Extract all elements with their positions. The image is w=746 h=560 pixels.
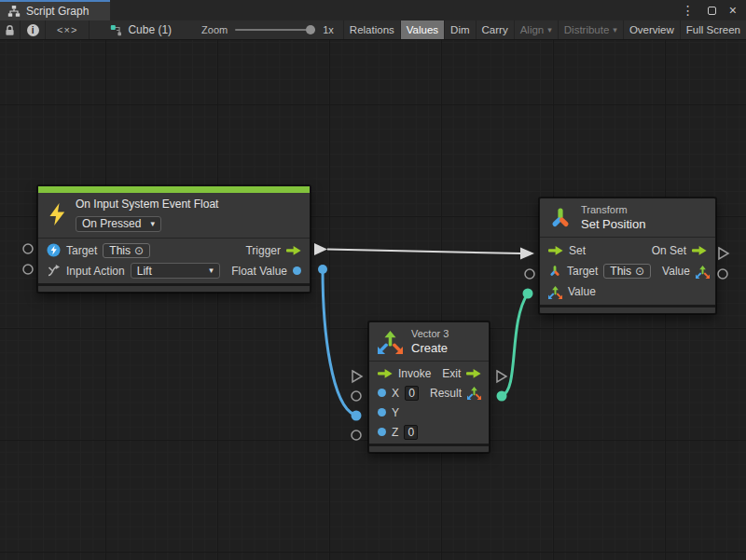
zoom-value: 1x <box>323 24 334 35</box>
node-vector3-create[interactable]: Vector 3 Create Invoke Exit X 0 Res <box>368 321 490 453</box>
x-port-label: X <box>392 387 399 400</box>
dim-button[interactable]: Dim <box>445 20 476 39</box>
chevron-down-icon: ▾ <box>547 26 552 34</box>
close-icon[interactable]: × <box>729 4 737 17</box>
wire-trigger-to-set[interactable] <box>327 250 521 254</box>
graph-reference-label: Cube (1) <box>128 23 172 36</box>
input-action-input-port[interactable] <box>23 265 33 274</box>
port-row-invoke-exit: Invoke Exit <box>369 363 489 383</box>
on-set-port-label: On Set <box>652 244 686 257</box>
float-port-icon <box>378 389 386 397</box>
transform-target-input-port[interactable] <box>525 269 534 279</box>
values-button[interactable]: Values <box>401 20 445 39</box>
target-port-label: Target <box>66 244 97 257</box>
node-category: Vector 3 <box>411 328 449 339</box>
target-object-chip[interactable]: This ⊙ <box>103 243 150 258</box>
node-title: Create <box>411 341 449 355</box>
flow-arrow-icon <box>466 369 481 378</box>
exit-output-port[interactable] <box>497 371 506 382</box>
node-title: On Input System Event Float <box>76 198 218 211</box>
full-screen-button[interactable]: Full Screen <box>681 20 746 39</box>
graph-canvas[interactable]: On Input System Event Float On Pressed ▾… <box>0 40 746 560</box>
target-self-icon: ⊙ <box>134 244 144 257</box>
vector3-port-icon <box>548 285 562 299</box>
overview-button[interactable]: Overview <box>624 20 681 39</box>
maximize-icon[interactable] <box>708 7 716 15</box>
set-port-label: Set <box>569 244 586 257</box>
event-target-input-port[interactable] <box>23 244 33 253</box>
result-port-label: Result <box>430 387 462 400</box>
window-controls: ⋮ × <box>682 0 746 20</box>
node-footer <box>540 305 715 313</box>
lightning-bolt-icon <box>47 203 67 225</box>
script-graph-window: Script Graph ⋮ × i <×> Cube (1 <box>0 0 746 560</box>
chevron-down-icon: ▾ <box>613 26 617 34</box>
x-input-port[interactable] <box>352 391 361 401</box>
trigger-port-label: Trigger <box>245 244 281 257</box>
tab-script-graph[interactable]: Script Graph <box>0 2 110 20</box>
zoom-label: Zoom <box>201 24 228 35</box>
graph-reference-button[interactable]: Cube (1) <box>101 20 181 39</box>
vector3-port-icon <box>467 386 481 400</box>
port-row-input-action: Input Action Lift ▾ Float Value <box>38 261 310 281</box>
float-value-port-label: Float Value <box>231 265 287 278</box>
z-value-field[interactable]: 0 <box>404 425 418 440</box>
port-row-y: Y <box>369 403 489 422</box>
wire-floatvalue-to-y[interactable] <box>323 269 354 415</box>
flow-arrow-icon <box>378 369 393 378</box>
port-row-set-onset: Set On Set <box>540 240 715 261</box>
exit-port-label: Exit <box>442 367 461 380</box>
target-object-chip[interactable]: This ⊙ <box>603 264 651 279</box>
z-input-port[interactable] <box>352 430 361 440</box>
trigger-output-port[interactable] <box>314 243 327 255</box>
node-category: Transform <box>581 204 645 215</box>
transform-port-icon <box>548 265 561 278</box>
graph-hierarchy-icon <box>7 5 21 18</box>
node-transform-set-position[interactable]: Transform Set Position Set On Set <box>539 198 716 314</box>
info-icon: i <box>27 24 39 36</box>
zoom-control: Zoom 1x <box>201 20 344 39</box>
distribute-dropdown[interactable]: Distribute▾ <box>559 20 624 39</box>
result-output-port[interactable] <box>497 391 507 402</box>
float-value-output-port[interactable] <box>318 265 327 274</box>
node-on-input-system-event-float[interactable]: On Input System Event Float On Pressed ▾… <box>37 185 311 293</box>
float-port-icon <box>378 408 386 417</box>
transform-icon <box>548 206 573 230</box>
info-button[interactable]: i <box>21 20 46 39</box>
target-self-icon: ⊙ <box>635 265 644 278</box>
invoke-input-port[interactable] <box>352 371 362 382</box>
input-action-dropdown[interactable]: Lift ▾ <box>131 263 220 279</box>
lock-button[interactable] <box>0 20 21 39</box>
y-input-port[interactable] <box>352 411 362 421</box>
code-view-icon: <×> <box>57 24 77 35</box>
input-action-icon <box>47 264 61 278</box>
float-port-icon <box>378 428 386 436</box>
chevron-down-icon: ▾ <box>150 220 155 228</box>
invoke-port-label: Invoke <box>398 367 431 380</box>
graph-asset-icon <box>110 24 122 36</box>
wire-result-to-value[interactable] <box>502 294 528 396</box>
node-title: Set Position <box>581 217 645 231</box>
menu-icon[interactable]: ⋮ <box>682 4 695 17</box>
event-mode-dropdown[interactable]: On Pressed ▾ <box>76 216 161 232</box>
float-port-icon <box>293 266 301 275</box>
relations-button[interactable]: Relations <box>344 20 401 39</box>
set-input-port[interactable] <box>520 248 534 260</box>
code-view-button[interactable]: <×> <box>46 20 90 39</box>
tab-bar: Script Graph ⋮ × <box>0 0 746 20</box>
zoom-slider[interactable] <box>235 29 315 31</box>
value-input-port[interactable] <box>523 289 533 299</box>
x-value-field[interactable]: 0 <box>405 386 419 401</box>
zoom-slider-handle[interactable] <box>306 25 315 34</box>
lock-icon <box>5 24 15 36</box>
align-dropdown[interactable]: Align▾ <box>515 20 559 39</box>
on-set-output-port[interactable] <box>719 248 728 259</box>
value-in-port-label: Value <box>568 285 596 298</box>
carry-button[interactable]: Carry <box>477 20 515 39</box>
port-row-x-result: X 0 Result <box>369 383 489 403</box>
port-row-value-in: Value <box>540 281 715 302</box>
z-port-label: Z <box>392 426 398 439</box>
input-system-event-icon <box>47 243 61 257</box>
transform-value-output-port[interactable] <box>718 269 727 279</box>
port-row-target: Target This ⊙ Trigger <box>38 240 310 261</box>
